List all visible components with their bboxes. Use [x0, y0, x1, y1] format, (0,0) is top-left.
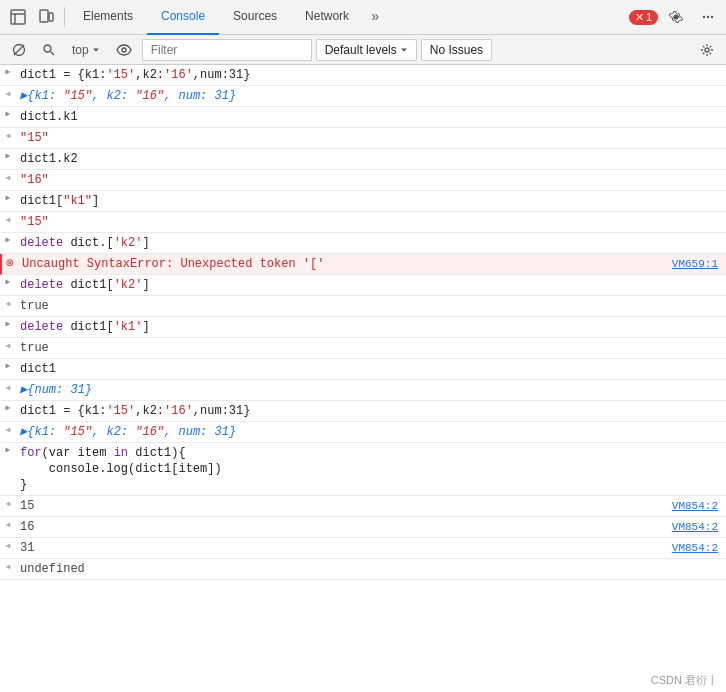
- error-icon: ⊗: [2, 255, 18, 271]
- console-line: ◀▶{k1: "15", k2: "16", num: 31}: [0, 86, 726, 107]
- console-line: ▶delete dict.['k2']: [0, 233, 726, 254]
- console-line: ◀▶{k1: "15", k2: "16", num: 31}: [0, 422, 726, 443]
- line-content: true: [16, 297, 726, 315]
- output-prefix: ◀: [0, 129, 16, 140]
- output-prefix: ◀: [0, 381, 16, 392]
- line-content: "16": [16, 171, 726, 189]
- output-prefix: ◀: [0, 539, 16, 550]
- line-content: 31: [16, 539, 668, 557]
- error-count-badge[interactable]: ✕ 1: [629, 10, 658, 25]
- line-content: 16: [16, 518, 668, 536]
- watermark: CSDN 君衍丨: [651, 673, 718, 688]
- output-prefix: ◀: [0, 423, 16, 434]
- console-line: ◀"15": [0, 212, 726, 233]
- expand-arrow[interactable]: ▶: [0, 402, 16, 412]
- settings-gear-icon[interactable]: [662, 3, 690, 31]
- console-line: ▶dict1["k1"]: [0, 191, 726, 212]
- output-prefix: ◀: [0, 297, 16, 308]
- line-content: dict1.k2: [16, 150, 726, 168]
- line-content: Uncaught SyntaxError: Unexpected token '…: [18, 255, 668, 273]
- no-issues-button[interactable]: No Issues: [421, 39, 492, 61]
- filter-icon[interactable]: [36, 39, 62, 61]
- output-prefix: ◀: [0, 339, 16, 350]
- line-content: dict1.k1: [16, 108, 726, 126]
- console-line: ▶dict1: [0, 359, 726, 380]
- line-source[interactable]: VM854:2: [668, 539, 726, 555]
- line-source[interactable]: VM659:1: [668, 255, 726, 271]
- console-line: ◀"15": [0, 128, 726, 149]
- line-source[interactable]: VM854:2: [668, 518, 726, 534]
- tabs-right-controls: ✕ 1: [629, 3, 722, 31]
- console-line: ▶dict1 = {k1:'15',k2:'16',num:31}: [0, 65, 726, 86]
- console-line: ▶delete dict1['k2']: [0, 275, 726, 296]
- console-line: ◀true: [0, 296, 726, 317]
- line-content: undefined: [16, 560, 726, 578]
- svg-point-7: [707, 16, 709, 18]
- tab-sources[interactable]: Sources: [219, 0, 291, 35]
- line-content: 15: [16, 497, 668, 515]
- expand-arrow[interactable]: ▶: [0, 444, 16, 454]
- expand-arrow[interactable]: ▶: [0, 234, 16, 244]
- console-line: ▶dict1.k2: [0, 149, 726, 170]
- top-context-selector[interactable]: top: [66, 39, 106, 61]
- console-line: ▶delete dict1['k1']: [0, 317, 726, 338]
- expand-arrow[interactable]: ▶: [0, 108, 16, 118]
- console-line: ◀15VM854:2: [0, 496, 726, 517]
- line-content: ▶{k1: "15", k2: "16", num: 31}: [16, 87, 726, 105]
- line-content: ▶{k1: "15", k2: "16", num: 31}: [16, 423, 726, 441]
- more-tabs-button[interactable]: »: [363, 0, 387, 35]
- output-prefix: ◀: [0, 87, 16, 98]
- output-prefix: ◀: [0, 560, 16, 571]
- console-line: ◀31VM854:2: [0, 538, 726, 559]
- expand-arrow[interactable]: ▶: [0, 150, 16, 160]
- line-content: "15": [16, 213, 726, 231]
- console-line: ◀undefined: [0, 559, 726, 580]
- svg-line-12: [51, 51, 55, 55]
- tab-elements[interactable]: Elements: [69, 0, 147, 35]
- eye-icon[interactable]: [110, 39, 138, 61]
- console-line: ◀16VM854:2: [0, 517, 726, 538]
- console-toolbar: top Default levels No Issues: [0, 35, 726, 65]
- line-content: dict1 = {k1:'15',k2:'16',num:31}: [16, 402, 726, 420]
- device-icon[interactable]: [32, 0, 60, 35]
- console-line: ▶for(var item in dict1){ console.log(dic…: [0, 443, 726, 496]
- svg-point-13: [122, 48, 126, 52]
- console-line: ⊗Uncaught SyntaxError: Unexpected token …: [0, 254, 726, 275]
- line-content: delete dict1['k2']: [16, 276, 726, 294]
- output-prefix: ◀: [0, 171, 16, 182]
- devtools-tab-bar: Elements Console Sources Network » ✕ 1: [0, 0, 726, 35]
- tab-separator: [64, 7, 65, 27]
- default-levels-button[interactable]: Default levels: [316, 39, 417, 61]
- console-line: ▶dict1.k1: [0, 107, 726, 128]
- svg-point-8: [711, 16, 713, 18]
- svg-point-6: [703, 16, 705, 18]
- expand-arrow[interactable]: ▶: [0, 318, 16, 328]
- svg-rect-3: [40, 10, 48, 22]
- expand-arrow[interactable]: ▶: [0, 192, 16, 202]
- line-content: dict1: [16, 360, 726, 378]
- more-options-icon[interactable]: [694, 3, 722, 31]
- line-content: dict1["k1"]: [16, 192, 726, 210]
- line-content: delete dict1['k1']: [16, 318, 726, 336]
- svg-rect-0: [11, 10, 25, 24]
- expand-arrow[interactable]: ▶: [0, 276, 16, 286]
- console-line: ◀true: [0, 338, 726, 359]
- expand-arrow[interactable]: ▶: [0, 360, 16, 370]
- filter-input[interactable]: [142, 39, 312, 61]
- inspect-icon[interactable]: [4, 0, 32, 35]
- expand-arrow[interactable]: ▶: [0, 66, 16, 76]
- output-prefix: ◀: [0, 213, 16, 224]
- line-source[interactable]: VM854:2: [668, 497, 726, 513]
- line-content: for(var item in dict1){ console.log(dict…: [16, 444, 726, 494]
- line-content: ▶{num: 31}: [16, 381, 726, 399]
- line-content: dict1 = {k1:'15',k2:'16',num:31}: [16, 66, 726, 84]
- svg-rect-4: [49, 13, 53, 21]
- output-prefix: ◀: [0, 518, 16, 529]
- console-settings-icon[interactable]: [694, 37, 720, 63]
- tab-network[interactable]: Network: [291, 0, 363, 35]
- console-line: ▶dict1 = {k1:'15',k2:'16',num:31}: [0, 401, 726, 422]
- tab-console[interactable]: Console: [147, 0, 219, 35]
- svg-point-14: [705, 48, 709, 52]
- clear-console-icon[interactable]: [6, 39, 32, 61]
- svg-point-11: [44, 45, 51, 52]
